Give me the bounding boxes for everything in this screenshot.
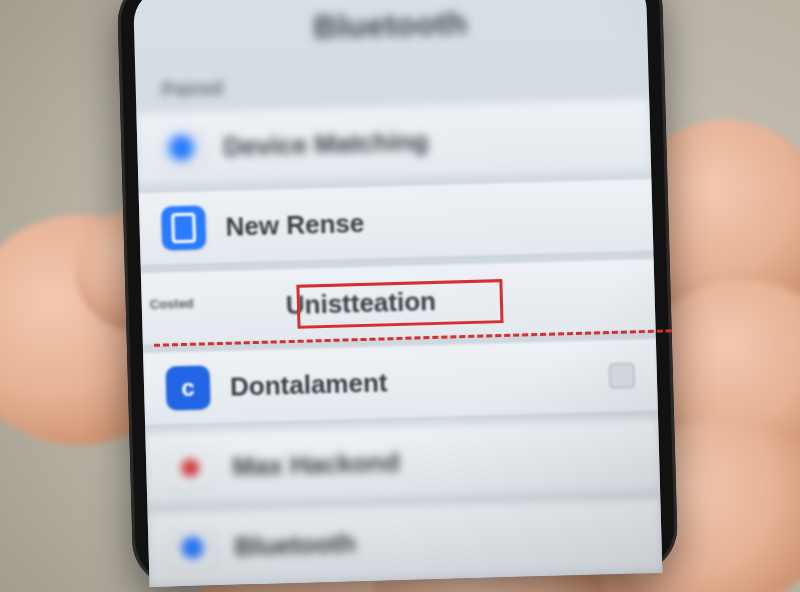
- list-item[interactable]: c Dontalament: [143, 338, 658, 426]
- list-item-highlighted[interactable]: Costed Unistteation: [141, 258, 656, 346]
- list-item[interactable]: New Rense: [139, 178, 654, 266]
- device-icon: [161, 205, 206, 250]
- list-item-label: Device Matching: [223, 126, 429, 163]
- list-item[interactable]: Device Matching: [136, 98, 651, 186]
- red-dot-icon: [168, 445, 213, 490]
- list-item[interactable]: Max Hackond: [145, 418, 660, 506]
- phone-screen: Bluetooth Paired Device Matching New Ren…: [133, 0, 662, 587]
- row-control[interactable]: [609, 362, 636, 389]
- side-label: Costed: [150, 296, 194, 312]
- list-item[interactable]: Bluetooth: [148, 498, 663, 586]
- blue-dot-icon: [170, 525, 215, 570]
- list-item-label: Dontalament: [230, 367, 388, 402]
- list-item-label: New Rense: [225, 207, 365, 242]
- photo-scene: Bluetooth Paired Device Matching New Ren…: [0, 0, 800, 592]
- list-item-label: Unistteation: [285, 285, 436, 320]
- radio-dot-icon: [159, 125, 204, 170]
- phone-icon: c: [165, 365, 210, 410]
- list-item-label: Max Hackond: [232, 447, 400, 483]
- phone: Bluetooth Paired Device Matching New Ren…: [117, 0, 679, 587]
- list-item-label: Bluetooth: [234, 528, 356, 562]
